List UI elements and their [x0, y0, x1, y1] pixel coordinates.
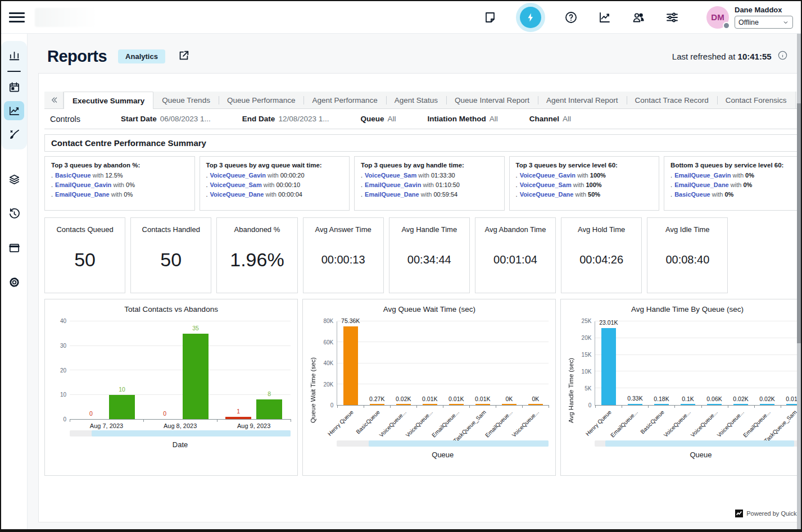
tab-executive-summary[interactable]: Executive Summary: [64, 92, 153, 109]
bar[interactable]: [628, 404, 642, 405]
summary-item: .VoiceQueue_Dane with 00:00:04: [206, 191, 343, 198]
tab-contact-forensics[interactable]: Contact Forensics: [717, 92, 795, 108]
bar-value-label: 0.18K: [654, 395, 669, 402]
bar[interactable]: [681, 404, 695, 405]
kpi-card-contacts-queued: Contacts Queued50: [44, 217, 125, 293]
bar[interactable]: [733, 404, 748, 405]
bar-chart-icon[interactable]: [4, 46, 24, 65]
filter-end-date[interactable]: End Date12/08/2023 1...: [242, 115, 329, 123]
tab-agent-performance[interactable]: Agent Performance: [303, 92, 386, 108]
filter-channel[interactable]: ChannelAll: [529, 115, 571, 123]
filter-label: Queue: [360, 115, 384, 123]
x-axis-title: Queue: [337, 451, 549, 459]
x-tick-label: Aug 7, 2023: [70, 422, 143, 429]
summary-card-title: Top 3 queues by avg handle time:: [361, 162, 498, 169]
main-content: Reports Analytics Last refreshed at 10:4…: [28, 34, 802, 529]
external-link-icon[interactable]: [178, 49, 190, 63]
summary-item: .EmailQueue_Dane with 0%: [51, 191, 188, 198]
x-axis-title: Queue: [595, 451, 802, 459]
gridline: [595, 371, 802, 371]
bar[interactable]: [396, 404, 411, 405]
note-icon[interactable]: [483, 10, 497, 25]
sidebar-group: [1, 41, 27, 149]
bar[interactable]: [502, 404, 516, 405]
filter-start-date[interactable]: Start Date06/08/2023 1...: [121, 115, 211, 123]
hamburger-menu-icon[interactable]: [9, 11, 25, 24]
summary-value: 0%: [126, 181, 135, 188]
analytics-line-chart-icon[interactable]: [4, 101, 24, 120]
y-tick-label: 20: [60, 367, 66, 374]
summary-item: .BasicQueue with 0%: [670, 191, 802, 198]
tab-agent-status[interactable]: Agent Status: [386, 92, 446, 108]
bar[interactable]: [528, 404, 543, 405]
last-refreshed-text: Last refreshed at 10:41:55: [672, 52, 772, 61]
filter-intiation-method[interactable]: Intiation MethodAll: [427, 115, 497, 123]
bar-value-label: 10: [119, 386, 125, 393]
tab-agent-interval-report[interactable]: Agent Interval Report: [538, 92, 627, 108]
chart-scrollbar-thumb[interactable]: [92, 430, 291, 436]
queue-name: VoiceQueue_Sam: [520, 181, 572, 188]
with-word: with: [110, 191, 124, 198]
tabs-scroll-left-icon[interactable]: [44, 92, 64, 108]
queue-name: BasicQueue: [674, 191, 710, 198]
bar[interactable]: [707, 404, 722, 405]
bar[interactable]: [343, 326, 358, 405]
people-icon[interactable]: [631, 10, 646, 25]
brush-icon[interactable]: [4, 125, 24, 144]
bar[interactable]: [225, 417, 251, 419]
x-tick-label: Aug 8, 2023: [143, 422, 217, 429]
status-select[interactable]: Offline: [735, 16, 793, 29]
summary-value: 100%: [590, 172, 606, 179]
page-scrollbar[interactable]: [797, 34, 801, 532]
y-axis: 010203040: [52, 321, 70, 420]
quicksight-logo-icon: [735, 510, 743, 517]
summary-value: 50%: [588, 191, 600, 198]
layers-icon[interactable]: [4, 170, 24, 189]
gear-icon[interactable]: [4, 272, 24, 292]
help-icon[interactable]: [564, 10, 578, 25]
y-tick-label: 20K: [323, 381, 333, 388]
summary-item: .VoiceQueue_Dane with 50%: [516, 191, 653, 198]
analytics-badge: Analytics: [118, 49, 165, 63]
bullet: .: [361, 181, 363, 188]
bar[interactable]: [256, 399, 282, 419]
sliders-icon[interactable]: [665, 10, 679, 25]
tab-queue-trends[interactable]: Queue Trends: [153, 92, 219, 108]
tab-queue-interval-report[interactable]: Queue Interval Report: [446, 92, 538, 108]
chart-avg-handle-time-by-queue: Avg Handle Time By Queue (sec)Avg Handle…: [560, 299, 802, 476]
calendar-icon[interactable]: [4, 78, 24, 97]
summary-value: 100%: [586, 181, 601, 188]
window-icon[interactable]: [4, 238, 24, 257]
lightning-bolt-icon[interactable]: [520, 7, 541, 28]
summary-card-title: Top 3 queues by avg queue wait time:: [206, 162, 343, 169]
bullet: .: [361, 191, 363, 198]
chart-scrollbar-thumb[interactable]: [369, 440, 549, 447]
bar[interactable]: [370, 404, 384, 405]
bullet: .: [516, 172, 518, 179]
summary-card-title: Bottom 3 queues by service level 60:: [670, 162, 802, 169]
axis-tick: [217, 419, 218, 422]
bar[interactable]: [183, 334, 209, 419]
tab-queue-performance[interactable]: Queue Performance: [219, 92, 304, 108]
controls-bar: Controls Start Date06/08/2023 1...End Da…: [44, 109, 802, 129]
info-icon[interactable]: [777, 50, 788, 62]
bar-value-label: 1: [237, 408, 240, 415]
tab-contact-trace-record[interactable]: Contact Trace Record: [627, 92, 717, 108]
filter-queue[interactable]: QueueAll: [360, 115, 396, 123]
bar[interactable]: [449, 404, 464, 405]
gridline: [337, 384, 549, 384]
summary-value: 00:00:20: [280, 172, 305, 179]
queue-name: BasicQueue: [55, 172, 91, 179]
bar[interactable]: [109, 395, 135, 420]
plot-area: 75.36K0.27K0.02K0.01K0.01K0.01K0K0K: [337, 321, 549, 406]
chart-scrollbar-thumb[interactable]: [605, 440, 794, 447]
line-chart-icon[interactable]: [597, 10, 612, 25]
bar[interactable]: [423, 404, 437, 405]
sidebar-divider: [7, 71, 21, 72]
bar[interactable]: [601, 328, 616, 405]
avatar[interactable]: DM: [706, 6, 729, 29]
bar[interactable]: [654, 404, 669, 405]
bar[interactable]: [475, 404, 490, 405]
history-icon[interactable]: [4, 204, 24, 223]
bar[interactable]: [760, 404, 774, 405]
